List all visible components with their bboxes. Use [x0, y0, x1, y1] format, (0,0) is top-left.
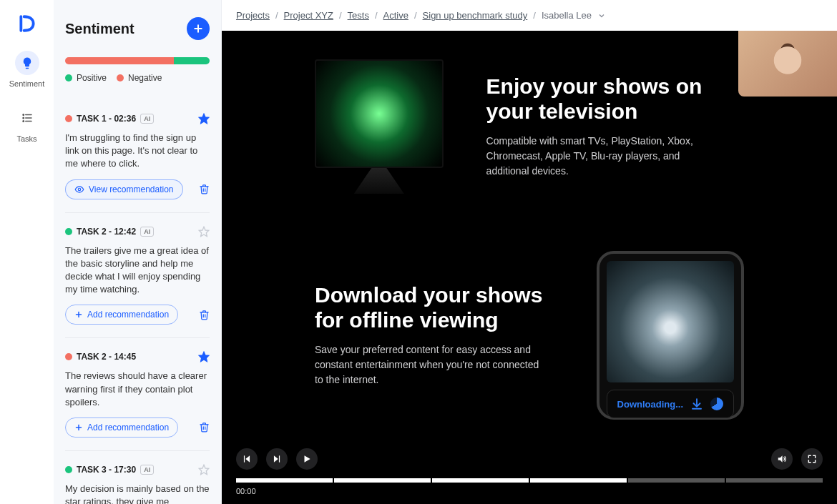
star-button[interactable]: [198, 351, 210, 362]
task-body: My decision is mainly based on the star …: [65, 483, 210, 504]
delete-button[interactable]: [199, 422, 210, 433]
rail-item-tasks[interactable]: Tasks: [15, 106, 39, 143]
dot-icon: [65, 74, 72, 81]
svg-marker-21: [245, 455, 250, 462]
timeline[interactable]: [236, 478, 823, 483]
svg-point-5: [23, 121, 24, 122]
task-card: TASK 3 - 17:30 AI My decision is mainly …: [65, 450, 210, 504]
task-card: TASK 2 - 12:42 AI The trailers give me a…: [65, 212, 210, 338]
download-icon: [690, 397, 703, 410]
volume-button[interactable]: [771, 448, 793, 470]
rail-item-sentiment[interactable]: Sentiment: [9, 51, 45, 88]
rail-item-label: Sentiment: [9, 79, 45, 88]
svg-rect-22: [244, 455, 245, 462]
task-title: TASK 2 - 14:45: [77, 352, 136, 362]
sentiment-dot-icon: [65, 466, 72, 473]
ai-badge: AI: [140, 465, 154, 475]
section-heading: Download your shows for offline viewing: [315, 283, 554, 332]
legend-label: Positive: [77, 73, 107, 83]
crumb-study[interactable]: Sign up benchmark study: [423, 10, 528, 21]
svg-point-9: [78, 188, 81, 191]
task-title: TASK 2 - 12:42: [77, 227, 136, 237]
task-body: The reviews should have a clearer warnin…: [65, 370, 210, 409]
skip-forward-button[interactable]: [266, 448, 288, 470]
ai-badge: AI: [140, 114, 154, 124]
star-button[interactable]: [198, 113, 210, 124]
download-bar: Downloading...: [607, 390, 734, 418]
crumb-projects[interactable]: Projects: [236, 10, 270, 21]
crumb-tests[interactable]: Tests: [348, 10, 369, 21]
crumb-current: Isabella Lee: [542, 10, 592, 21]
download-label: Downloading...: [617, 399, 683, 410]
video-controls: 00:00: [222, 438, 837, 504]
svg-point-4: [23, 117, 24, 119]
play-button[interactable]: [296, 448, 318, 470]
section-body: Compatible with smart TVs, PlayStation, …: [486, 134, 715, 179]
lightbulb-icon: [15, 51, 39, 75]
svg-marker-25: [305, 455, 310, 462]
app-logo: [18, 14, 36, 33]
phone-graphic: Downloading...: [597, 251, 744, 420]
section-body: Save your preferred content for easy acc…: [315, 342, 544, 387]
task-title: TASK 1 - 02:36: [77, 114, 136, 124]
legend-positive: Positive: [65, 73, 107, 83]
sentiment-dot-icon: [65, 115, 72, 122]
svg-point-3: [23, 114, 24, 116]
task-card: TASK 2 - 14:45 The reviews should have a…: [65, 337, 210, 450]
participant-webcam: [738, 31, 837, 97]
chevron-down-icon[interactable]: [597, 11, 606, 20]
tv-graphic: [315, 59, 444, 194]
ai-badge: AI: [140, 227, 154, 237]
eye-icon: [74, 184, 84, 194]
legend-label: Negative: [128, 73, 162, 83]
plus-icon: [74, 423, 83, 432]
sidebar-title: Sentiment: [65, 21, 134, 37]
sentiment-bar-negative: [65, 57, 174, 64]
sentiment-dot-icon: [65, 353, 72, 360]
task-body: I'm struggling to find the sign up link …: [65, 132, 210, 171]
sentiment-dot-icon: [65, 228, 72, 235]
add-recommendation-button[interactable]: Add recommendation: [65, 305, 178, 325]
recommendation-label: Add recommendation: [87, 310, 169, 320]
legend-negative: Negative: [117, 73, 162, 83]
sentiment-bar: [65, 57, 210, 64]
plus-icon: [74, 310, 83, 319]
crumb-active[interactable]: Active: [383, 10, 408, 21]
left-rail: Sentiment Tasks: [0, 0, 54, 504]
timecode: 00:00: [236, 487, 823, 495]
recommendation-label: View recommendation: [89, 184, 174, 194]
task-body: The trailers give me a great idea of the…: [65, 244, 210, 297]
svg-marker-16: [199, 465, 208, 474]
sentiment-bar-positive: [174, 57, 210, 64]
task-card: TASK 1 - 02:36 AI I'm struggling to find…: [65, 100, 210, 212]
star-button[interactable]: [198, 226, 210, 237]
fullscreen-button[interactable]: [801, 448, 823, 470]
svg-rect-24: [279, 455, 280, 462]
add-button[interactable]: [187, 17, 210, 40]
star-button[interactable]: [198, 464, 210, 475]
svg-marker-13: [199, 352, 208, 362]
progress-pie-icon: [710, 397, 723, 410]
add-recommendation-button[interactable]: Add recommendation: [65, 417, 178, 438]
svg-marker-8: [199, 114, 208, 123]
delete-button[interactable]: [199, 310, 210, 320]
section-heading: Enjoy your shows on your television: [486, 74, 744, 124]
legend: Positive Negative: [65, 73, 210, 83]
svg-marker-10: [199, 227, 208, 236]
rail-item-label: Tasks: [16, 134, 36, 143]
breadcrumb: Projects/ Project XYZ/ Tests/ Active/ Si…: [222, 0, 837, 31]
video-area: Enjoy your shows on your television Comp…: [222, 31, 837, 504]
svg-marker-23: [274, 455, 278, 462]
list-icon: [15, 106, 39, 130]
view-recommendation-button[interactable]: View recommendation: [65, 179, 183, 199]
skip-back-button[interactable]: [236, 448, 258, 470]
crumb-projectxyz[interactable]: Project XYZ: [284, 10, 333, 21]
sentiment-sidebar: Sentiment Positive Negative TASK 1 - 02:…: [54, 0, 222, 504]
task-title: TASK 3 - 17:30: [77, 465, 136, 475]
content-section-phone: Download your shows for offline viewing …: [222, 222, 837, 448]
main-content: Projects/ Project XYZ/ Tests/ Active/ Si…: [222, 0, 837, 504]
delete-button[interactable]: [199, 184, 210, 194]
svg-marker-26: [778, 455, 783, 462]
dot-icon: [117, 74, 124, 81]
recommendation-label: Add recommendation: [87, 423, 169, 433]
